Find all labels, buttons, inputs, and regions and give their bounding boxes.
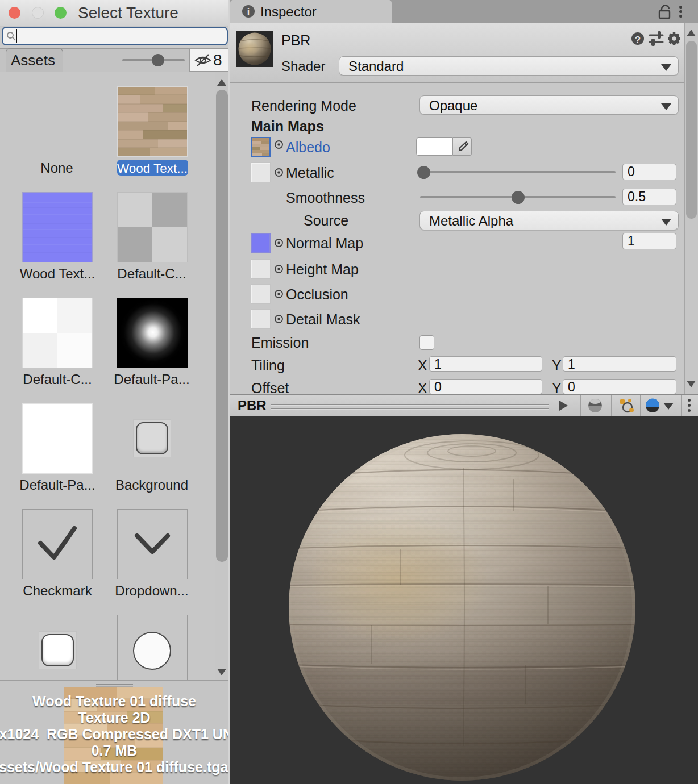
svg-text:?: ? — [635, 35, 641, 45]
